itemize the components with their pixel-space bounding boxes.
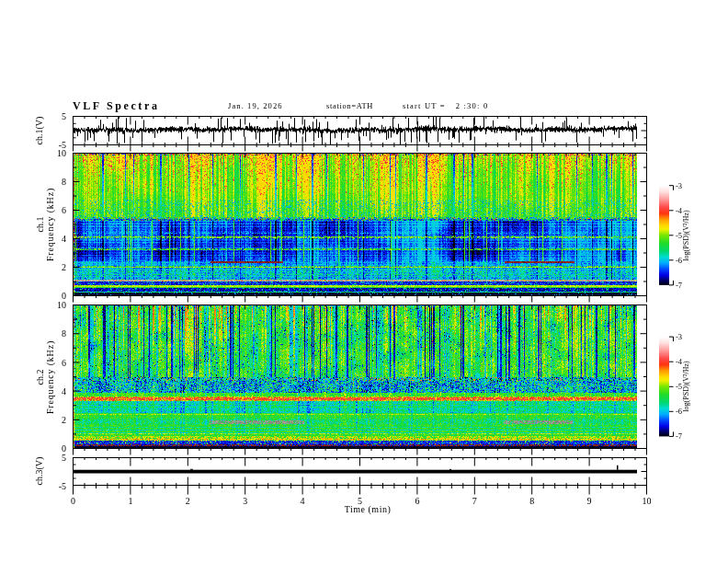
svg-text:4: 4: [62, 234, 66, 244]
svg-text:10: 10: [57, 300, 66, 310]
svg-text:5: 5: [62, 453, 66, 463]
svg-text:-7: -7: [676, 431, 682, 441]
svg-text:10: 10: [643, 496, 652, 506]
svg-text:8: 8: [62, 177, 66, 187]
svg-text:2: 2: [62, 262, 66, 272]
svg-text:2: 2: [62, 415, 66, 425]
svg-text:VLF Spectra: VLF Spectra: [73, 99, 159, 112]
svg-text:6: 6: [62, 358, 66, 368]
svg-text:start UT = 2 :30: 0: start UT = 2 :30: 0: [403, 101, 488, 110]
svg-text:-4: -4: [676, 206, 683, 215]
svg-text:5: 5: [62, 111, 66, 121]
svg-text:6: 6: [62, 205, 66, 215]
svg-text:3: 3: [243, 496, 247, 506]
svg-text:Frequency (kHz): Frequency (kHz): [45, 340, 56, 414]
svg-text:-5: -5: [676, 231, 682, 240]
svg-text:-5: -5: [676, 382, 682, 391]
svg-text:-6: -6: [676, 407, 682, 416]
svg-text:7: 7: [472, 496, 477, 506]
svg-text:-5: -5: [59, 481, 66, 491]
svg-text:9: 9: [587, 496, 592, 506]
svg-text:-3: -3: [676, 181, 682, 190]
svg-text:10: 10: [57, 148, 66, 158]
svg-text:-6: -6: [676, 256, 682, 265]
svg-text:8: 8: [529, 496, 534, 506]
svg-text:station=ATH: station=ATH: [326, 101, 373, 110]
svg-text:log(PSD)(V²/Hz): log(PSD)(V²/Hz): [682, 210, 690, 261]
svg-text:ch.1: ch.1: [35, 217, 45, 233]
svg-text:log(PSD)(V²/Hz): log(PSD)(V²/Hz): [682, 361, 690, 412]
svg-text:2: 2: [186, 496, 190, 506]
svg-text:-4: -4: [676, 357, 683, 366]
svg-text:4: 4: [301, 496, 305, 506]
svg-text:ch.3(V): ch.3(V): [34, 457, 45, 486]
svg-text:Jan. 19, 2026: Jan. 19, 2026: [228, 101, 283, 110]
svg-text:ch.2: ch.2: [35, 370, 45, 385]
svg-text:ch.1(V): ch.1(V): [34, 117, 45, 145]
svg-text:-7: -7: [676, 281, 682, 290]
svg-text:Time (min): Time (min): [345, 504, 391, 515]
svg-text:-3: -3: [676, 332, 682, 341]
svg-text:1: 1: [128, 496, 132, 506]
svg-text:Frequency (kHz): Frequency (kHz): [45, 188, 56, 261]
svg-text:8: 8: [62, 328, 66, 339]
svg-text:6: 6: [415, 496, 419, 506]
svg-text:0: 0: [71, 496, 75, 506]
svg-text:4: 4: [62, 386, 66, 396]
